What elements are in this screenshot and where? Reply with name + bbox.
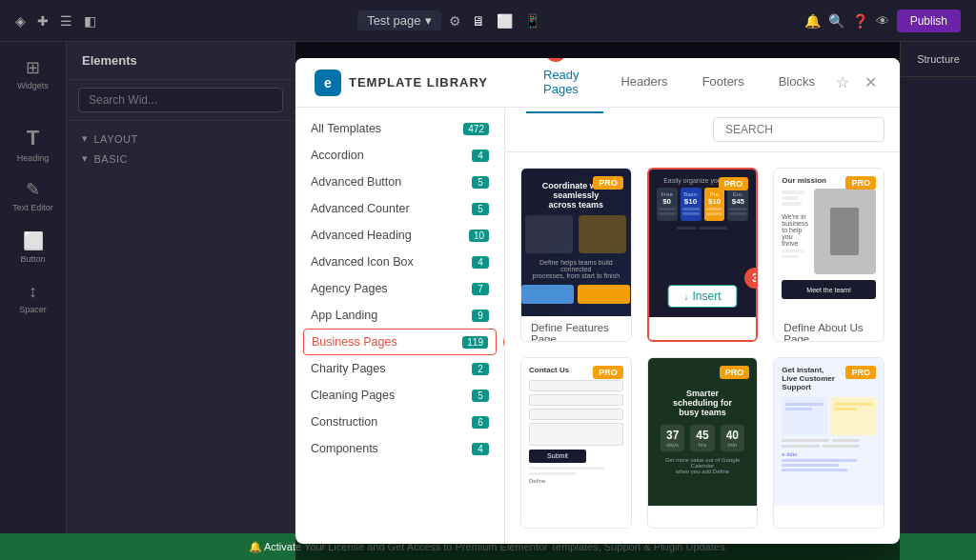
tab-headers[interactable]: Headers (603, 59, 684, 106)
template-card-img-6: Get Instant,Live CustomerSupport (774, 358, 884, 506)
sidebar-app-landing[interactable]: App Landing 9 (295, 302, 504, 329)
sidebar-item-spacer[interactable]: ↕ Spacer (10, 274, 57, 322)
text-editor-icon: ✎ (26, 179, 40, 200)
text-editor-label: Text Editor (12, 203, 53, 212)
modal-tabs: 1 Ready Pages Headers Footers Blocks (526, 58, 832, 113)
notification-icon[interactable]: 🔔 (804, 13, 821, 29)
widgets-label: Widgets (17, 81, 49, 90)
template-card-define-about[interactable]: Our mission We're in business to helpyou… (773, 168, 884, 342)
template-card-scheduling[interactable]: Smarterscheduling forbusy teams 37 days (647, 357, 759, 530)
template-library-overlay: e TEMPLATE LIBRARY 1 Ready Pages Headers (295, 42, 900, 560)
templates-grid: Coordinate workseamlesslyacross teams De… (505, 152, 900, 544)
modal-sidebar: All Templates 472 Accordion 4 Advanced B… (295, 108, 505, 544)
template-card-pricing[interactable]: Easily organize your work. Free $0 (647, 168, 759, 342)
sidebar-cleaning-pages[interactable]: Cleaning Pages 5 (295, 382, 504, 409)
search-input[interactable] (78, 88, 283, 112)
template-card-footer-1: Define Features Page (521, 316, 631, 342)
template-card-footer-4 (521, 506, 631, 529)
toolbar-right: 🔔 🔍 ❓ 👁 Publish (804, 10, 961, 32)
modal-header: e TEMPLATE LIBRARY 1 Ready Pages Headers (295, 58, 900, 108)
heading-icon: T (27, 126, 39, 150)
template-card-contact[interactable]: Contact Us Submit (520, 357, 632, 530)
modal-content-area: Coordinate workseamlesslyacross teams De… (505, 108, 900, 544)
add-section-icon[interactable]: ✚ (37, 13, 49, 29)
template-card-define-features[interactable]: Coordinate workseamlesslyacross teams De… (520, 168, 632, 342)
sidebar-charity-pages[interactable]: Charity Pages 2 (295, 355, 504, 382)
sidebar-components[interactable]: Components 4 (295, 435, 504, 462)
template-card-img-2: Easily organize your work. Free $0 (649, 170, 757, 317)
heading-label: Heading (17, 153, 50, 163)
publish-button[interactable]: Publish (897, 10, 961, 32)
tab-blocks[interactable]: Blocks (762, 59, 832, 106)
desktop-icon[interactable]: 🖥 (469, 10, 488, 31)
elements-content: ▾ Layout ▾ Basic (67, 121, 295, 560)
sidebar-item-widgets[interactable]: ⊞ Widgets (10, 50, 57, 97)
button-icon: ⬜ (23, 230, 44, 251)
device-switcher: 🖥 ⬜ 📱 (469, 10, 543, 31)
template-card-img-1: Coordinate workseamlesslyacross teams De… (521, 169, 631, 316)
modal-body: All Templates 472 Accordion 4 Advanced B… (295, 108, 900, 544)
layers-icon[interactable]: ◧ (84, 13, 96, 29)
pro-badge-2: PRO (719, 177, 749, 190)
settings-icon[interactable]: ⚙ (449, 13, 461, 29)
sidebar-advanced-counter[interactable]: Advanced Counter 5 (295, 195, 504, 222)
modal-content-header (505, 108, 900, 152)
sidebar-all-templates[interactable]: All Templates 472 (295, 115, 504, 142)
modal-title: TEMPLATE LIBRARY (349, 75, 488, 90)
sidebar-accordion[interactable]: Accordion 4 (295, 142, 504, 169)
tab-ready-pages[interactable]: Ready Pages (526, 58, 603, 113)
right-panel: Structure (900, 42, 976, 560)
menu-icon[interactable]: ☰ (60, 13, 72, 29)
layout-section-header: ▾ Layout (67, 129, 295, 149)
elements-panel: Elements ▾ Layout ▾ Basic (67, 42, 295, 560)
mobile-icon[interactable]: 📱 (521, 10, 543, 31)
sidebar-agency-pages[interactable]: Agency Pages 7 (295, 275, 504, 302)
pro-badge-3: PRO (845, 176, 876, 190)
template-search-input[interactable] (713, 117, 884, 142)
modal-logo: e TEMPLATE LIBRARY (315, 70, 488, 96)
template-card-img-3: Our mission We're in business to helpyou… (774, 169, 884, 316)
search-box (67, 80, 295, 121)
search-icon[interactable]: 🔍 (828, 13, 844, 29)
pro-badge-1: PRO (593, 176, 623, 190)
template-card-img-5: Smarterscheduling forbusy teams 37 days (648, 358, 758, 506)
canvas-area: Drag widget here e TEMPLATE LIBRARY 1 (295, 42, 900, 560)
tablet-icon[interactable]: ⬜ (494, 10, 516, 31)
spacer-label: Spacer (19, 305, 47, 314)
tab-footers[interactable]: Footers (685, 59, 762, 106)
template-library-modal: e TEMPLATE LIBRARY 1 Ready Pages Headers (295, 58, 900, 544)
widgets-icon: ⊞ (26, 57, 40, 78)
sidebar-item-button[interactable]: ⬜ Button (10, 223, 57, 270)
help-icon[interactable]: ❓ (852, 13, 868, 29)
modal-actions: ☆ ✕ (832, 70, 881, 95)
sidebar-business-pages[interactable]: Business Pages 119 2 (303, 329, 497, 355)
template-card-footer-6 (774, 506, 884, 529)
insert-button[interactable]: ↓ Insert (667, 285, 737, 308)
favorite-icon[interactable]: ☆ (832, 70, 853, 95)
sidebar-advanced-icon-box[interactable]: Advanced Icon Box 4 (295, 249, 504, 275)
sidebar-item-text-editor[interactable]: ✎ Text Editor (10, 171, 57, 219)
close-icon[interactable]: ✕ (861, 70, 881, 95)
sidebar-construction[interactable]: Construction 6 (295, 409, 504, 435)
preview-icon[interactable]: 👁 (876, 13, 889, 29)
right-panel-title: Structure (901, 42, 976, 77)
pro-badge-4: PRO (593, 366, 623, 379)
page-name-display[interactable]: Test page ▾ (357, 10, 440, 30)
main-layout: ⊞ Widgets T Heading ✎ Text Editor ⬜ Butt… (0, 42, 976, 560)
template-card-footer-5 (648, 506, 758, 529)
insert-arrow-icon: ↓ (683, 291, 688, 302)
template-card-tidio-chat[interactable]: Get Instant,Live CustomerSupport (773, 357, 884, 530)
elementor-logo-icon[interactable]: ◈ (15, 13, 26, 29)
toolbar-left: ◈ ✚ ☰ ◧ (15, 13, 96, 29)
toolbar: ◈ ✚ ☰ ◧ Test page ▾ ⚙ 🖥 ⬜ 📱 🔔 🔍 ❓ 👁 Publ… (0, 0, 976, 42)
pro-badge-5: PRO (720, 366, 750, 379)
basic-section-header: ▾ Basic (67, 149, 295, 169)
sidebar-advanced-heading[interactable]: Advanced Heading 10 (295, 222, 504, 249)
template-card-img-4: Contact Us Submit (521, 358, 631, 506)
sidebar-item-heading[interactable]: T Heading (10, 120, 57, 168)
elements-panel-header: Elements (67, 42, 295, 80)
button-label: Button (20, 254, 45, 264)
elementor-logo: e (315, 70, 341, 96)
sidebar-advanced-button[interactable]: Advanced Button 5 (295, 169, 504, 195)
template-card-footer-3: Define About Us Page (774, 316, 884, 342)
